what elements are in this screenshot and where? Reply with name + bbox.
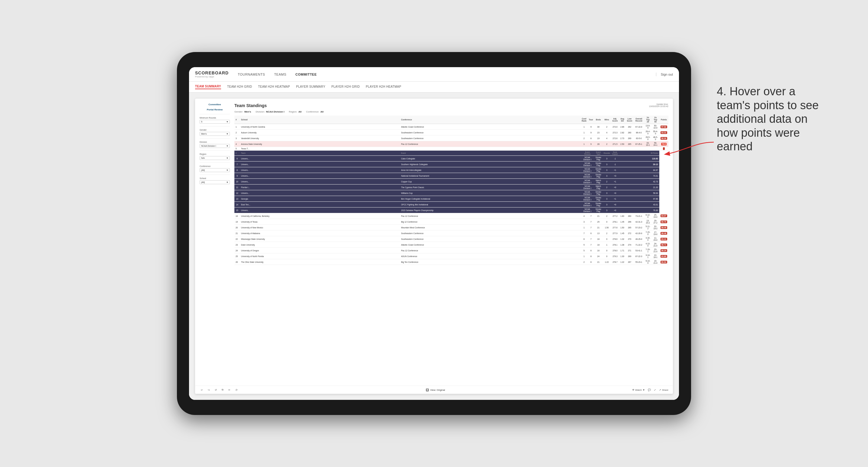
region-value[interactable]: N/A ▼ bbox=[199, 156, 230, 160]
update-time: Update time: 13/03/2024 10:03:42 bbox=[649, 103, 669, 107]
school-label: School bbox=[199, 177, 230, 179]
tab-player-summary[interactable]: PLAYER SUMMARY bbox=[296, 85, 326, 89]
footer-clock-button[interactable]: ⏱ bbox=[234, 388, 239, 392]
report-inner: Committee Portal Review Minimum Rounds 5… bbox=[195, 99, 673, 386]
table-row: 5 Texas T... bbox=[235, 147, 669, 151]
expand-button[interactable]: ⤢ bbox=[654, 389, 656, 392]
gender-label: Gender bbox=[199, 129, 230, 131]
nav-tournaments[interactable]: TOURNAMENTS bbox=[238, 72, 265, 76]
tooltip-row: 15 Univers... 2023 Sahalee Players Champ… bbox=[235, 208, 669, 213]
tab-team-h2h-heatmap[interactable]: TEAM H2H HEATMAP bbox=[258, 85, 290, 89]
filter-division: Division: NCAA Division I bbox=[255, 111, 284, 113]
footer-back-button[interactable]: ↩ bbox=[199, 388, 204, 392]
th-tour: Tour bbox=[588, 116, 594, 124]
tooltip-row: 9 Univers... National Invitational Tourn… bbox=[235, 173, 669, 179]
conference-label: Conference bbox=[199, 165, 230, 167]
tooltip-row: 12 Univers... Williams Cup NCAA Division… bbox=[235, 190, 669, 196]
tab-player-h2h-heatmap[interactable]: PLAYER H2H HEATMAP bbox=[366, 85, 401, 89]
conference-value[interactable]: (All) ▼ bbox=[199, 168, 230, 172]
report-main: Team Standings Update time: 13/03/2024 1… bbox=[235, 103, 669, 381]
th-conference: Conference bbox=[400, 116, 580, 124]
tooltip-header-row: # Team Event Event Division Event Type R… bbox=[235, 151, 669, 156]
report-footer: ↩ ↪ ↺ ⧉ ✏ ⏱ 🔲 View: Original bbox=[195, 386, 673, 394]
tablet-screen: SCOREBOARD Powered by clippi TOURNAMENTS… bbox=[189, 67, 679, 400]
watch-button[interactable]: 👁 Watch ▼ bbox=[632, 389, 645, 392]
th-vs-top50: Vs Top 50 bbox=[652, 116, 659, 124]
logo-title: SCOREBOARD bbox=[195, 70, 229, 75]
tooltip-row: 11 Florida I... The Cypress Point Classi… bbox=[235, 185, 669, 190]
nav-committee[interactable]: COMMITTEE bbox=[296, 72, 317, 76]
th-rank: # bbox=[235, 116, 240, 124]
table-row: 26 The Ohio State University Big Ten Con… bbox=[235, 259, 669, 265]
table-wrapper: # School Conference Conf Rank Tour Bnds … bbox=[235, 116, 669, 381]
table-row: 2 Auburn University Southeastern Confere… bbox=[235, 130, 669, 135]
th-vs-top25: Vs Top 25 bbox=[644, 116, 652, 124]
tooltip-row: 8 Univers... Amer Ari Intercollegiate NC… bbox=[235, 167, 669, 173]
table-row-highlighted: 4 Arizona State University Pac-12 Confer… bbox=[235, 141, 669, 147]
table-row: 25 University of North Florida ASUN Conf… bbox=[235, 253, 669, 259]
filter-conference: Conference: All bbox=[306, 111, 323, 113]
th-avg-sg: Avg SG bbox=[619, 116, 626, 124]
tab-player-h2h-grid[interactable]: PLAYER H2H GRID bbox=[332, 85, 360, 89]
nav-teams[interactable]: TEAMS bbox=[274, 72, 286, 76]
report-page: Committee Portal Review Minimum Rounds 5… bbox=[195, 99, 673, 394]
tooltip-row: 10 Univers... Copper Cup NCAA Division I… bbox=[235, 179, 669, 185]
footer-actions: 👁 Watch ▼ 💬 ⤢ ↗ Share bbox=[632, 389, 669, 392]
th-wins: Wins bbox=[602, 116, 611, 124]
sidebar-portal-label: Portal Review bbox=[199, 108, 230, 111]
filter-region: Region: All bbox=[289, 111, 302, 113]
logo-sub: Powered by clippi bbox=[195, 75, 229, 78]
sub-nav: TEAM SUMMARY TEAM H2H GRID TEAM H2H HEAT… bbox=[189, 82, 679, 93]
filter-row: Gender: Men's Division: NCAA Division I … bbox=[235, 111, 669, 113]
division-label: Division bbox=[199, 141, 230, 143]
share-button[interactable]: ↗ Share bbox=[659, 389, 669, 392]
table-row: 3 Vanderbilt University Southeastern Con… bbox=[235, 135, 669, 141]
sign-out-button[interactable]: Sign out bbox=[656, 72, 673, 76]
logo-area: SCOREBOARD Powered by clippi bbox=[195, 70, 229, 78]
tooltip-row: 7 Univers... Southern Highlands Collegia… bbox=[235, 161, 669, 167]
th-conf-rank: Conf Rank bbox=[580, 116, 588, 124]
th-school: School bbox=[240, 116, 400, 124]
table-header-row: # School Conference Conf Rank Tour Bnds … bbox=[235, 116, 669, 124]
filter-gender: Gender: Men's bbox=[235, 111, 251, 113]
min-rounds-value: 5 ▼ bbox=[199, 120, 230, 124]
footer-view[interactable]: 🔲 View: Original bbox=[426, 389, 445, 392]
footer-nav: ↩ ↪ ↺ ⧉ ✏ ⏱ bbox=[199, 388, 239, 392]
footer-refresh-button[interactable]: ↺ bbox=[214, 388, 218, 392]
school-value[interactable]: (All) ▼ bbox=[199, 180, 230, 184]
report-header: Team Standings Update time: 13/03/2024 1… bbox=[235, 103, 669, 108]
view-icon: 🔲 bbox=[426, 389, 429, 392]
footer-draw-button[interactable]: ✏ bbox=[227, 388, 232, 392]
th-points: Points bbox=[659, 116, 669, 124]
tablet-frame: SCOREBOARD Powered by clippi TOURNAMENTS… bbox=[177, 52, 691, 415]
sidebar-committee-label: Committee bbox=[199, 103, 230, 106]
region-label: Region bbox=[199, 153, 230, 155]
comment-button[interactable]: 💬 bbox=[648, 389, 651, 392]
tab-team-summary[interactable]: TEAM SUMMARY bbox=[195, 85, 221, 89]
th-adj-score: Adj. Score bbox=[611, 116, 619, 124]
th-overall: Overall Record bbox=[633, 116, 644, 124]
top-nav: SCOREBOARD Powered by clippi TOURNAMENTS… bbox=[189, 67, 679, 82]
footer-copy-button[interactable]: ⧉ bbox=[220, 388, 225, 392]
tooltip-row: 13 Georgia Ben Hogan Collegiate Invitati… bbox=[235, 196, 669, 202]
th-bnds: Bnds bbox=[594, 116, 602, 124]
table-row: 23 Duke University Atlantic Coast Confer… bbox=[235, 242, 669, 248]
table-row: 24 University of Oregon Pac-12 Conferenc… bbox=[235, 248, 669, 253]
report-title: Team Standings bbox=[235, 103, 267, 108]
table-row: 19 University of Texas Big 12 Conference… bbox=[235, 219, 669, 225]
table-row: 20 University of New Mexico Mountain Wes… bbox=[235, 225, 669, 230]
table-row: 22 Mississippi State University Southeas… bbox=[235, 236, 669, 242]
annotation-container: 4. Hover over a team's points to see add… bbox=[717, 85, 832, 154]
report-container: Committee Portal Review Minimum Rounds 5… bbox=[189, 93, 679, 400]
division-value[interactable]: NCAA Division I ▼ bbox=[199, 144, 230, 148]
tab-team-h2h-grid[interactable]: TEAM H2H GRID bbox=[227, 85, 252, 89]
gender-value[interactable]: Men's ▼ bbox=[199, 132, 230, 136]
table-row: 1 University of North Carolina Atlantic … bbox=[235, 124, 669, 130]
footer-forward-button[interactable]: ↪ bbox=[207, 388, 211, 392]
min-rounds-label: Minimum Rounds bbox=[199, 117, 230, 119]
annotation-text: 4. Hover over a team's points to see add… bbox=[717, 85, 832, 154]
tooltip-row: 14 East Ten... OFCC Fighting Illini Invi… bbox=[235, 202, 669, 208]
main-content: Committee Portal Review Minimum Rounds 5… bbox=[189, 93, 679, 400]
report-sidebar: Committee Portal Review Minimum Rounds 5… bbox=[199, 103, 230, 381]
nav-links: TOURNAMENTS TEAMS COMMITTEE bbox=[238, 72, 656, 76]
